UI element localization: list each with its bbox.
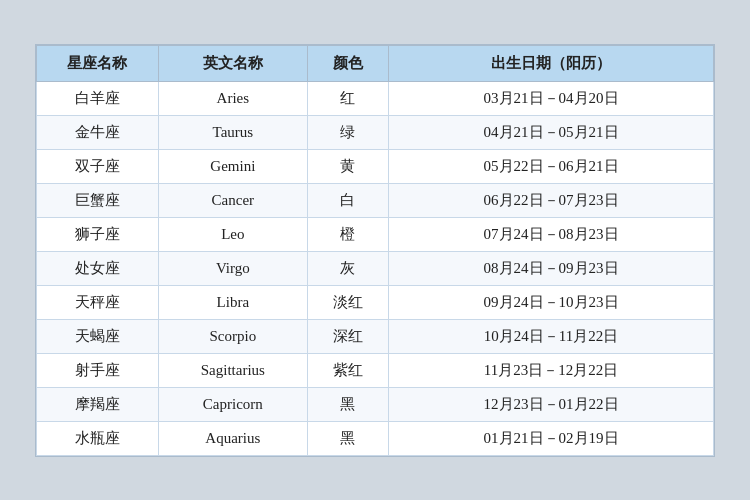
table-row: 狮子座Leo橙07月24日－08月23日 xyxy=(37,217,714,251)
cell-chinese: 金牛座 xyxy=(37,115,159,149)
cell-color: 黑 xyxy=(307,421,388,455)
table-row: 处女座Virgo灰08月24日－09月23日 xyxy=(37,251,714,285)
cell-chinese: 天蝎座 xyxy=(37,319,159,353)
table-row: 水瓶座Aquarius黑01月21日－02月19日 xyxy=(37,421,714,455)
table-row: 双子座Gemini黄05月22日－06月21日 xyxy=(37,149,714,183)
cell-date: 04月21日－05月21日 xyxy=(389,115,714,149)
cell-chinese: 处女座 xyxy=(37,251,159,285)
cell-color: 深红 xyxy=(307,319,388,353)
cell-english: Libra xyxy=(158,285,307,319)
cell-chinese: 射手座 xyxy=(37,353,159,387)
cell-color: 白 xyxy=(307,183,388,217)
cell-date: 09月24日－10月23日 xyxy=(389,285,714,319)
table-row: 天秤座Libra淡红09月24日－10月23日 xyxy=(37,285,714,319)
cell-english: Scorpio xyxy=(158,319,307,353)
cell-color: 黄 xyxy=(307,149,388,183)
table-row: 白羊座Aries红03月21日－04月20日 xyxy=(37,81,714,115)
cell-english: Taurus xyxy=(158,115,307,149)
cell-date: 05月22日－06月21日 xyxy=(389,149,714,183)
cell-color: 紫红 xyxy=(307,353,388,387)
zodiac-table-container: 星座名称 英文名称 颜色 出生日期（阳历） 白羊座Aries红03月21日－04… xyxy=(35,44,715,457)
cell-chinese: 天秤座 xyxy=(37,285,159,319)
cell-chinese: 摩羯座 xyxy=(37,387,159,421)
cell-date: 12月23日－01月22日 xyxy=(389,387,714,421)
cell-english: Cancer xyxy=(158,183,307,217)
table-row: 巨蟹座Cancer白06月22日－07月23日 xyxy=(37,183,714,217)
header-color: 颜色 xyxy=(307,45,388,81)
cell-date: 10月24日－11月22日 xyxy=(389,319,714,353)
cell-color: 黑 xyxy=(307,387,388,421)
cell-date: 11月23日－12月22日 xyxy=(389,353,714,387)
cell-english: Virgo xyxy=(158,251,307,285)
cell-color: 绿 xyxy=(307,115,388,149)
cell-date: 03月21日－04月20日 xyxy=(389,81,714,115)
cell-english: Sagittarius xyxy=(158,353,307,387)
cell-color: 灰 xyxy=(307,251,388,285)
cell-chinese: 水瓶座 xyxy=(37,421,159,455)
table-row: 天蝎座Scorpio深红10月24日－11月22日 xyxy=(37,319,714,353)
cell-english: Aquarius xyxy=(158,421,307,455)
cell-english: Gemini xyxy=(158,149,307,183)
cell-date: 07月24日－08月23日 xyxy=(389,217,714,251)
cell-color: 淡红 xyxy=(307,285,388,319)
table-row: 射手座Sagittarius紫红11月23日－12月22日 xyxy=(37,353,714,387)
cell-chinese: 白羊座 xyxy=(37,81,159,115)
header-chinese: 星座名称 xyxy=(37,45,159,81)
table-body: 白羊座Aries红03月21日－04月20日金牛座Taurus绿04月21日－0… xyxy=(37,81,714,455)
cell-date: 06月22日－07月23日 xyxy=(389,183,714,217)
cell-color: 红 xyxy=(307,81,388,115)
cell-date: 01月21日－02月19日 xyxy=(389,421,714,455)
cell-english: Aries xyxy=(158,81,307,115)
cell-color: 橙 xyxy=(307,217,388,251)
cell-chinese: 狮子座 xyxy=(37,217,159,251)
header-date: 出生日期（阳历） xyxy=(389,45,714,81)
cell-chinese: 双子座 xyxy=(37,149,159,183)
table-row: 金牛座Taurus绿04月21日－05月21日 xyxy=(37,115,714,149)
cell-date: 08月24日－09月23日 xyxy=(389,251,714,285)
cell-english: Capricorn xyxy=(158,387,307,421)
table-row: 摩羯座Capricorn黑12月23日－01月22日 xyxy=(37,387,714,421)
header-english: 英文名称 xyxy=(158,45,307,81)
cell-chinese: 巨蟹座 xyxy=(37,183,159,217)
table-header-row: 星座名称 英文名称 颜色 出生日期（阳历） xyxy=(37,45,714,81)
zodiac-table: 星座名称 英文名称 颜色 出生日期（阳历） 白羊座Aries红03月21日－04… xyxy=(36,45,714,456)
cell-english: Leo xyxy=(158,217,307,251)
